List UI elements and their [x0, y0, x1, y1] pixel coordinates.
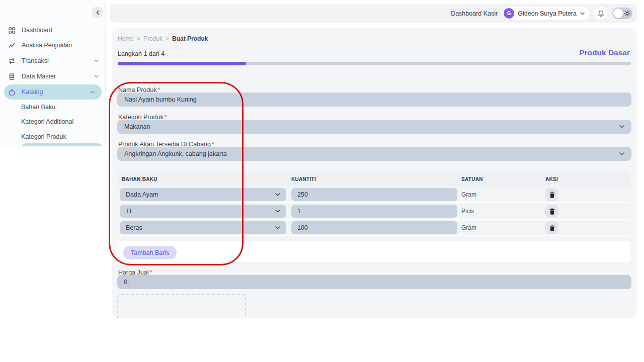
sidebar: Dashboard Analisa Penjualan Transaksi [0, 0, 106, 146]
chevron-down-icon [275, 226, 280, 229]
trash-icon [549, 192, 555, 198]
page: Dashboard Analisa Penjualan Transaksi [0, 0, 644, 362]
kategori-produk-value: Makanan [124, 123, 150, 130]
satuan-value: Picis [461, 208, 474, 215]
nama-produk-value: Nasi Ayam bumbu Kuning [124, 96, 197, 103]
bahan-select[interactable]: TL [120, 205, 286, 218]
table-header-row: BAHAN BAKU KUANTITI SATUAN AKSI [117, 171, 630, 187]
table-row: TL 1 Picis [117, 203, 630, 220]
divider [112, 74, 637, 74]
bahan-value: TL [126, 208, 133, 215]
user-name: Gideon Surya Putera [518, 10, 577, 17]
sidebar-item-data-master[interactable]: Data Master [0, 69, 106, 84]
bahan-value: Dada Ayam [126, 191, 158, 198]
delete-row-button[interactable] [545, 221, 558, 234]
satuan-value: Gram [461, 191, 476, 198]
text-caret [128, 279, 128, 286]
kuantiti-value: 250 [297, 191, 308, 198]
kuantiti-value: 1 [297, 208, 301, 215]
kuantiti-input[interactable]: 250 [291, 188, 457, 201]
chevron-down-icon [275, 210, 280, 213]
breadcrumb-home[interactable]: Home [118, 35, 134, 42]
header-kuantiti: KUANTITI [291, 176, 316, 182]
theme-toggle[interactable] [612, 8, 632, 19]
satuan-value: Gram [461, 224, 476, 231]
cabang-select[interactable]: Angkringan Angkunk, cabang jakarta [117, 147, 631, 161]
chevron-down-icon [580, 12, 585, 15]
chevron-down-icon [94, 75, 99, 78]
breadcrumb-produk[interactable]: Produk [143, 35, 163, 42]
sidebar-item-label: Analisa Penjualan [22, 42, 99, 49]
notifications-button[interactable] [594, 7, 608, 20]
kuantiti-input[interactable]: 1 [291, 205, 457, 218]
swap-arrows-icon [9, 58, 15, 64]
kategori-produk-select[interactable]: Makanan [117, 120, 631, 134]
trend-line-icon [9, 42, 15, 49]
bahan-select[interactable]: Dada Ayam [120, 188, 286, 201]
chevron-down-icon [275, 193, 280, 196]
sidebar-item-analisa-penjualan[interactable]: Analisa Penjualan [0, 38, 106, 53]
trash-icon [549, 225, 555, 231]
sidebar-item-label: Transaksi [22, 57, 88, 64]
sidebar-item-label: Dashboard [22, 27, 99, 34]
bell-icon [598, 10, 604, 17]
sidebar-item-label: Data Master [22, 73, 88, 80]
nama-produk-input[interactable]: Nasi Ayam bumbu Kuning [117, 93, 631, 107]
sidebar-item-katalog[interactable]: Katalog [4, 84, 102, 100]
breadcrumb-separator: > [166, 35, 169, 42]
sidebar-item-dashboard[interactable]: Dashboard [0, 23, 106, 38]
sidebar-item-partial-highlight[interactable] [21, 143, 103, 146]
table-row: Dada Ayam 250 Gram [117, 187, 630, 203]
kuantiti-value: 100 [297, 224, 308, 231]
table-row: Beras 100 Gram [117, 220, 630, 236]
chevron-left-icon [96, 10, 100, 15]
breadcrumb: Home > Produk > Buat Produk [118, 35, 208, 42]
content-panel: Home > Produk > Buat Produk Langkah 1 da… [112, 28, 637, 318]
toggle-knob [613, 9, 623, 18]
database-icon [9, 73, 15, 80]
bahan-value: Beras [126, 224, 142, 231]
wizard-step-label: Langkah 1 dari 4 [118, 50, 165, 57]
sidebar-item-label: Katalog [22, 88, 84, 96]
chevron-down-icon [619, 125, 624, 128]
gear-icon [624, 10, 630, 17]
tambah-baris-button[interactable]: Tambah Baris [123, 246, 177, 259]
sidebar-collapse-button[interactable] [92, 7, 103, 18]
topbar: Dashboard Kasir G Gideon Surya Putera [110, 4, 637, 23]
dashboard-grid-icon [9, 27, 15, 34]
chevron-up-icon [90, 90, 95, 94]
delete-row-button[interactable] [545, 188, 558, 201]
user-menu[interactable]: G Gideon Surya Putera [502, 7, 590, 20]
sidebar-item-kategori-produk[interactable]: Kategori Produk [21, 133, 66, 140]
bahan-baku-table: BAHAN BAKU KUANTITI SATUAN AKSI Dada Aya… [117, 171, 630, 262]
harga-jual-value: 0 [124, 279, 127, 286]
table-footer-strip [117, 236, 630, 241]
bag-icon [9, 89, 15, 96]
sidebar-item-transaksi[interactable]: Transaksi [0, 53, 106, 68]
chevron-down-icon [619, 152, 624, 155]
bahan-select[interactable]: Beras [120, 221, 286, 234]
delete-row-button[interactable] [545, 205, 558, 218]
harga-jual-input[interactable]: 0 [117, 275, 631, 289]
header-satuan: SATUAN [461, 176, 483, 182]
sidebar-item-kategori-additional[interactable]: Kategori Additional [21, 118, 73, 125]
trash-icon [549, 208, 555, 215]
kuantiti-input[interactable]: 100 [291, 221, 457, 234]
cabang-value: Angkringan Angkunk, cabang jakarta [124, 150, 227, 157]
wizard-section-title: Produk Dasar [579, 48, 630, 57]
chevron-down-icon [94, 59, 99, 62]
header-bahan-baku: BAHAN BAKU [122, 176, 157, 182]
breadcrumb-current: Buat Produk [172, 35, 208, 42]
sidebar-item-bahan-baku[interactable]: Bahan Baku [21, 104, 55, 111]
breadcrumb-separator: > [137, 35, 140, 42]
topbar-context-label: Dashboard Kasir [451, 10, 498, 17]
header-aksi: AKSI [545, 176, 558, 182]
image-upload-dropzone[interactable] [117, 294, 246, 318]
progress-fill [118, 62, 246, 65]
progress-bar [118, 62, 631, 65]
avatar: G [504, 8, 514, 19]
